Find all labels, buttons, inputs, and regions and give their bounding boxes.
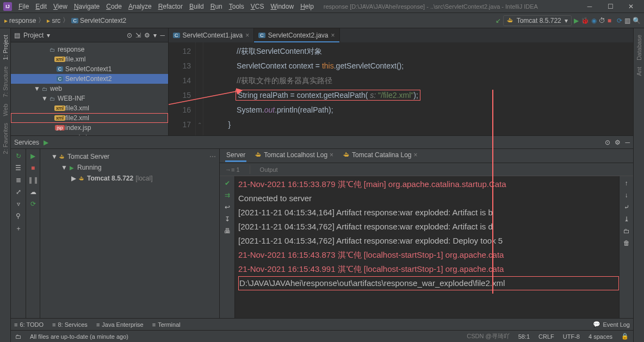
run-config-selector[interactable]: ⛴ Tomcat 8.5.722 ▾ bbox=[503, 15, 572, 26]
rerun-icon[interactable]: ↻ bbox=[16, 152, 21, 160]
project-view-icon[interactable]: ▤ bbox=[14, 32, 20, 39]
funnel-icon[interactable]: ▿ bbox=[17, 200, 20, 208]
tree-item-servletcontext2[interactable]: CServletContext2 bbox=[11, 74, 168, 84]
close-icon[interactable]: × bbox=[331, 32, 335, 39]
scroll-up-icon[interactable]: ↑ bbox=[625, 179, 628, 187]
lock-icon[interactable]: 🔒 bbox=[621, 333, 629, 340]
tree-item-file2xml[interactable]: xmlfile2.xml bbox=[11, 113, 168, 123]
select-open-file-icon[interactable]: ⊙ bbox=[605, 139, 610, 146]
line-separator[interactable]: CRLF bbox=[538, 333, 554, 340]
gear-icon[interactable]: ⚙ bbox=[615, 139, 621, 146]
filter-icon[interactable]: ☰ bbox=[15, 164, 21, 172]
breadcrumb[interactable]: CServletContext2 bbox=[70, 16, 127, 26]
menu-vcs[interactable]: VCS bbox=[247, 2, 268, 11]
menu-window[interactable]: Window bbox=[267, 2, 297, 11]
close-icon[interactable]: × bbox=[245, 32, 249, 39]
menu-help[interactable]: Help bbox=[297, 2, 317, 11]
svc-tree-item[interactable]: ▶⛴Tomcat 8.5.722[local] bbox=[40, 173, 219, 184]
services-tab[interactable]: ⛴Tomcat Localhost Log× bbox=[254, 150, 335, 162]
tree-item-webinf[interactable]: ▼🗀WEB-INF bbox=[11, 94, 168, 103]
svc-tree-item[interactable]: ▼▶Running bbox=[40, 162, 219, 173]
menu-navigate[interactable]: Navigate bbox=[71, 2, 103, 11]
editor-tab[interactable]: CServletContext1.java× bbox=[169, 28, 254, 42]
menu-code[interactable]: Code bbox=[103, 2, 125, 11]
run-icon[interactable]: ▶ bbox=[44, 139, 48, 146]
pause-icon[interactable]: ❚❚ bbox=[28, 176, 39, 184]
left-tab-structure[interactable]: 7: Structure bbox=[1, 63, 10, 101]
event-log-button[interactable]: 💬Event Log bbox=[593, 321, 630, 328]
close-button[interactable]: ✕ bbox=[621, 1, 641, 13]
wrap-icon[interactable]: ↩ bbox=[225, 203, 230, 211]
left-tab-favorites[interactable]: 2: Favorites bbox=[1, 120, 10, 157]
filter2-icon[interactable]: ≣ bbox=[16, 176, 21, 184]
trash-icon[interactable]: 🗑 bbox=[623, 239, 630, 247]
services-sub-left[interactable]: →≡ 1 bbox=[225, 166, 240, 173]
right-tab-database[interactable]: Database bbox=[635, 32, 643, 64]
editor-tab[interactable]: CServletContext2.java× bbox=[254, 28, 339, 42]
menu-run[interactable]: Run bbox=[207, 2, 226, 11]
scroll-down-icon[interactable]: ↓ bbox=[625, 191, 628, 199]
left-tab-web[interactable]: Web bbox=[1, 101, 10, 119]
breadcrumb[interactable]: ▸response bbox=[3, 16, 37, 26]
scroll-end-icon[interactable]: ⤓ bbox=[624, 215, 629, 223]
tree-item-response[interactable]: 🗀response bbox=[11, 45, 168, 54]
print-icon[interactable]: 🖶 bbox=[224, 227, 231, 235]
restart-icon[interactable]: ⟳ bbox=[30, 200, 36, 208]
project-tree[interactable]: 🗀responsexmlfile.xmlCServletContext1CSer… bbox=[11, 42, 168, 135]
breadcrumb[interactable]: ▸src bbox=[46, 16, 61, 26]
search-icon[interactable]: 🔍 bbox=[633, 17, 641, 24]
tree-item-servletcontext1[interactable]: CServletContext1 bbox=[11, 64, 168, 74]
menu-file[interactable]: File bbox=[15, 2, 32, 11]
left-tab-project[interactable]: 1: Project bbox=[1, 32, 10, 63]
pin-icon[interactable]: ⚲ bbox=[16, 212, 21, 220]
update-icon[interactable]: ⟳ bbox=[617, 17, 622, 24]
add-icon[interactable]: ＋ bbox=[15, 224, 22, 233]
deploy-all-icon[interactable]: ⇉ bbox=[225, 191, 230, 199]
run-icon[interactable]: ▶ bbox=[574, 17, 579, 24]
run-icon[interactable]: ▶ bbox=[30, 152, 35, 160]
debug-icon[interactable]: 🐞 bbox=[581, 17, 589, 24]
bottom-tab[interactable]: ≡Terminal bbox=[152, 321, 181, 328]
clear-all-icon[interactable]: 🗀 bbox=[623, 227, 630, 235]
bottom-tab[interactable]: ≡Java Enterprise bbox=[96, 321, 144, 328]
menu-build[interactable]: Build bbox=[186, 2, 207, 11]
menu-refactor[interactable]: Refactor bbox=[155, 2, 186, 11]
project-structure-icon[interactable]: ▥ bbox=[624, 17, 630, 24]
services-output[interactable]: 21-Nov-2021 16:15:33.879 淇℃伅 [main] org.… bbox=[235, 176, 619, 318]
menu-edit[interactable]: Edit bbox=[32, 2, 50, 11]
hide-panel-icon[interactable]: ─ bbox=[160, 32, 165, 39]
minimize-button[interactable]: ─ bbox=[580, 1, 599, 13]
hide-panel-icon[interactable]: ─ bbox=[625, 139, 630, 146]
chevron-down-icon[interactable]: ▾ bbox=[47, 32, 50, 39]
tree-item-web[interactable]: ▼🗀web bbox=[11, 84, 168, 94]
services-tab[interactable]: ⛴Tomcat Catalina Log× bbox=[342, 150, 418, 162]
coverage-icon[interactable]: ◉ bbox=[591, 17, 597, 24]
services-tab[interactable]: Server bbox=[225, 150, 246, 162]
menu-tools[interactable]: Tools bbox=[226, 2, 247, 11]
right-tab-ant[interactable]: Ant bbox=[635, 64, 643, 79]
profile-icon[interactable]: ⏱ bbox=[599, 17, 605, 24]
indent[interactable]: 4 spaces bbox=[589, 333, 612, 340]
menu-view[interactable]: View bbox=[50, 2, 71, 11]
gear-icon[interactable]: ⚙ bbox=[144, 32, 150, 39]
code-area[interactable]: 121314151617 ⌃ //获取ServletContent对象 Serv… bbox=[169, 42, 633, 135]
menu-analyze[interactable]: Analyze bbox=[125, 2, 155, 11]
tree-item-file3xml[interactable]: xmlfile3.xml bbox=[11, 103, 168, 113]
tree-item-indexjsp[interactable]: jspindex.jsp bbox=[11, 123, 168, 133]
expand-icon[interactable]: ⤢ bbox=[16, 188, 21, 196]
tree-item-filexml[interactable]: xmlfile.xml bbox=[11, 54, 168, 64]
stop-icon[interactable]: ■ bbox=[31, 164, 35, 172]
services-tree[interactable]: ▼⛴Tomcat Server⋯▼▶Running▶⛴Tomcat 8.5.72… bbox=[40, 149, 220, 318]
collapse-all-icon[interactable]: ⇲ bbox=[135, 32, 141, 39]
soft-wrap-icon[interactable]: ⤶ bbox=[624, 203, 629, 211]
maximize-button[interactable]: ☐ bbox=[600, 1, 620, 13]
select-open-file-icon[interactable]: ⊙ bbox=[127, 32, 132, 39]
bottom-tab[interactable]: ≡6: TODO bbox=[14, 321, 44, 328]
stop-icon[interactable]: ■ bbox=[608, 17, 611, 24]
code-content[interactable]: //获取ServletContent对象 ServletContext cont… bbox=[203, 42, 633, 135]
scroll-to-end-icon[interactable]: ↧ bbox=[225, 215, 230, 223]
deploy-icon[interactable]: ☁ bbox=[30, 188, 36, 196]
build-icon[interactable]: ↙ bbox=[496, 17, 501, 24]
svc-tree-item[interactable]: ▼⛴Tomcat Server⋯ bbox=[40, 151, 219, 162]
bottom-tab[interactable]: ≡8: Services bbox=[52, 321, 88, 328]
